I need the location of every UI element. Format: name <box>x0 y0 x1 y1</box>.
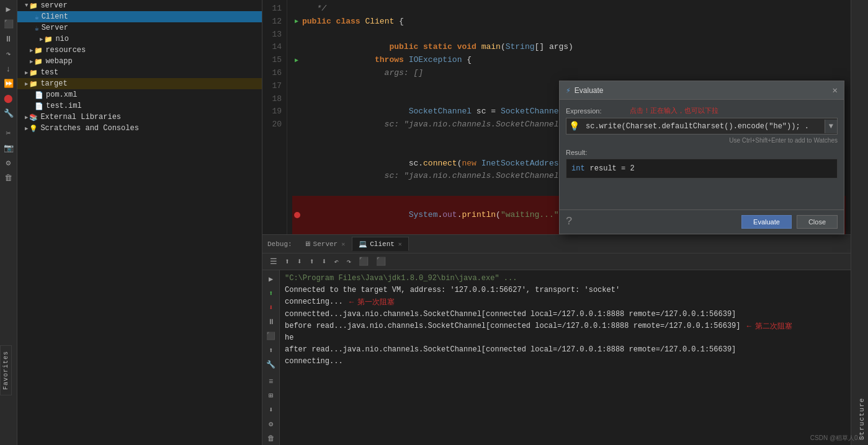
tree-item-iml[interactable]: 📄 test.iml <box>17 100 262 112</box>
tab-client-icon: 💻 <box>359 240 367 248</box>
annotation-2: ← 第二次阻塞 <box>746 320 792 332</box>
tab-client-close[interactable]: ✕ <box>398 240 402 248</box>
toolbar-btn-stop2[interactable]: ⬛ <box>374 255 388 268</box>
arrow-nio: ▶ <box>40 36 43 43</box>
folder-icon-server: 📁 <box>29 2 38 10</box>
tree-item-resources[interactable]: ▶ 📁 resources <box>17 45 262 56</box>
stop-icon[interactable]: ⬛ <box>2 17 16 31</box>
tab-server[interactable]: 🖥 Server ✕ <box>297 237 352 251</box>
tab-server-label: Server <box>313 240 338 248</box>
favorites-tab[interactable]: Favorites <box>0 345 12 395</box>
tree-label-test: test <box>40 68 58 77</box>
dialog-footer: ? Evaluate Close <box>560 209 844 234</box>
dialog-body: Expression: 点击！正在输入，也可以下拉 💡 ▼ Use Ctrl+S… <box>560 100 844 209</box>
gear-icon[interactable]: ⚙ <box>2 156 16 170</box>
tree-label-server: server <box>40 1 67 10</box>
tab-server-close[interactable]: ✕ <box>341 240 345 248</box>
toolbar-btn-menu[interactable]: ☰ <box>267 255 280 268</box>
close-button[interactable]: Close <box>797 215 838 229</box>
console-rerun-icon[interactable]: ▶ <box>264 273 278 286</box>
tree-item-target[interactable]: ▶ 📁 target <box>17 78 262 89</box>
tab-client[interactable]: 💻 Client ✕ <box>352 237 409 251</box>
debug-content: ▶ ⬆ ⬇ ⏸ ⬛ ⬆ 🔧 ≡ ⊞ ⬇ ⚙ 🗑 "C:\Program File… <box>262 270 851 445</box>
console-grid-icon[interactable]: ⊞ <box>264 389 278 402</box>
expression-input-row: 💡 ▼ <box>566 118 838 134</box>
expression-label-row: Expression: 点击！正在输入，也可以下拉 <box>566 106 838 115</box>
file-tree-content: ▼ 📁 server ☕ Client ☕ Server ▶ 📁 nio <box>17 0 262 445</box>
tree-item-webapp[interactable]: ▶ 📁 webapp <box>17 56 262 67</box>
console-output[interactable]: "C:\Program Files\Java\jdk1.8.0_92\bin\j… <box>280 270 851 445</box>
scratches-icon: 💡 <box>29 125 38 133</box>
tree-item-server-file[interactable]: ☕ Server <box>17 22 262 33</box>
watermark: CSDN @稻草人0.0 <box>810 434 863 443</box>
toolbar-btn-down1[interactable]: ⬇ <box>295 255 305 268</box>
evaluate-button[interactable]: Evaluate <box>741 215 792 229</box>
console-stop-icon[interactable]: ⬛ <box>264 330 278 343</box>
console-settings2-icon[interactable]: ⚙ <box>264 418 278 431</box>
tree-label-webapp: webapp <box>45 57 72 66</box>
pause-icon[interactable]: ⏸ <box>2 32 16 46</box>
console-pause-icon[interactable]: ⏸ <box>264 315 278 328</box>
debug-panel: Debug: 🖥 Server ✕ 💻 Client ✕ ☰ ⬆ ⬇ ⬆ ⬇ <box>262 234 851 445</box>
step-over-icon[interactable]: ↷ <box>2 47 16 61</box>
tree-item-pom[interactable]: 📄 pom.xml <box>17 89 262 100</box>
settings-icon[interactable]: 🔧 <box>2 107 16 120</box>
arrow-test: ▶ <box>25 69 28 76</box>
cut-icon[interactable]: ✂ <box>2 126 16 140</box>
tree-item-extlibs[interactable]: ▶ 📚 External Libraries <box>17 112 262 123</box>
console-line-5: he <box>285 332 846 344</box>
breakpoint-icon[interactable]: ⬤ <box>2 92 16 105</box>
run-arrow-12: ▶ <box>295 17 298 27</box>
console-delete-icon[interactable]: 🗑 <box>264 432 278 445</box>
toolbar-btn-up2[interactable]: ⬆ <box>307 255 317 268</box>
expression-label: Expression: <box>566 107 601 115</box>
expression-input[interactable] <box>582 120 825 133</box>
tree-item-test[interactable]: ▶ 📁 test <box>17 67 262 78</box>
dialog-close-btn[interactable]: ✕ <box>833 85 838 95</box>
tree-label-resources: resources <box>45 46 86 55</box>
tree-item-nio[interactable]: ▶ 📁 nio <box>17 33 262 45</box>
toolbar-btn-stop1[interactable]: ⬛ <box>356 255 371 268</box>
tab-server-icon: 🖥 <box>304 240 311 248</box>
rerun-icon[interactable]: ▶ <box>2 2 16 16</box>
debug-toolbar: ☰ ⬆ ⬇ ⬆ ⬇ ↶ ↷ ⬛ ⬛ <box>262 253 851 270</box>
delete-icon[interactable]: 🗑 <box>2 171 16 185</box>
code-line-11: */ <box>292 2 846 15</box>
console-up-icon[interactable]: ⬆ <box>264 287 278 300</box>
evaluate-dialog: ⚡ Evaluate ✕ Expression: 点击！正在输入，也可以下拉 💡… <box>559 81 844 234</box>
tree-item-scratches[interactable]: ▶ 💡 Scratches and Consoles <box>17 123 262 134</box>
toolbar-btn-left[interactable]: ↶ <box>331 255 341 268</box>
libs-icon: 📚 <box>29 113 38 121</box>
arrow-extlibs: ▶ <box>25 114 28 121</box>
dialog-help-icon[interactable]: ? <box>566 215 573 229</box>
console-up2-icon[interactable]: ⬆ <box>264 344 278 357</box>
file-tree-panel: ▼ 📁 server ☕ Client ☕ Server ▶ 📁 nio <box>17 0 262 445</box>
tree-item-client[interactable]: ☕ Client <box>17 11 262 22</box>
console-down-icon[interactable]: ⬇ <box>264 301 278 314</box>
line-numbers: 11 12 13 14 15 16 17 18 19 20 <box>262 0 287 234</box>
console-down2-icon[interactable]: ⬇ <box>264 403 278 416</box>
console-line-0: "C:\Program Files\Java\jdk1.8.0_92\bin\j… <box>285 273 846 284</box>
toolbar-btn-right[interactable]: ↷ <box>344 255 354 268</box>
force-icon[interactable]: ⏩ <box>2 77 16 90</box>
console-settings-icon[interactable]: 🔧 <box>264 358 278 371</box>
folder-icon-resources: 📁 <box>34 46 43 55</box>
console-line-2: connecting... <box>285 296 343 308</box>
toolbar-btn-up1[interactable]: ⬆ <box>282 255 292 268</box>
console-list-icon[interactable]: ≡ <box>264 375 278 388</box>
console-line-6: after read...java.nio.channels.SocketCha… <box>285 344 846 356</box>
iml-icon: 📄 <box>35 102 43 110</box>
step-into-icon[interactable]: ↓ <box>2 62 16 76</box>
toolbar-btn-down2[interactable]: ⬇ <box>319 255 329 268</box>
arrow-resources: ▶ <box>30 47 33 54</box>
tree-label-scratches: Scratches and Consoles <box>40 124 138 133</box>
expression-dropdown[interactable]: ▼ <box>825 120 837 133</box>
debug-tabs: Debug: 🖥 Server ✕ 💻 Client ✕ <box>262 235 851 253</box>
dialog-evaluate-icon: ⚡ <box>566 86 571 95</box>
result-value-row: int result = 2 <box>566 159 838 178</box>
dialog-hint: Use Ctrl+Shift+Enter to add to Watches <box>566 137 838 144</box>
console-line-2-row: connecting... ← 第一次阻塞 <box>285 296 846 308</box>
console-line-1: Connected to the target VM, address: '12… <box>285 284 846 296</box>
tree-item-server[interactable]: ▼ 📁 server <box>17 0 262 11</box>
camera-icon[interactable]: 📷 <box>2 141 16 155</box>
